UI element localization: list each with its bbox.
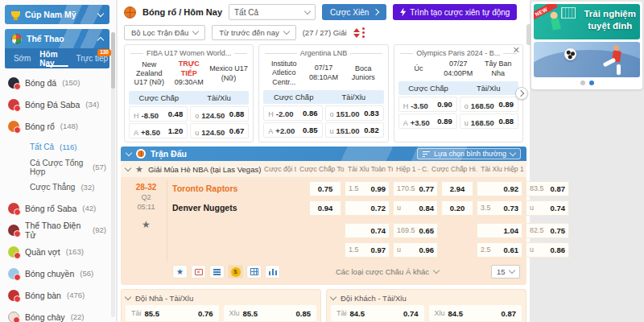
handicap-header: Cược Chấp [263, 90, 324, 104]
odds-cell[interactable]: u151.000.82 [325, 122, 384, 138]
league-filter-select[interactable]: Tất Cả [229, 4, 316, 20]
sidebar-item-tennis[interactable]: Quần vợt(163) [5, 241, 109, 262]
carousel-next-button[interactable] [515, 87, 528, 100]
carousel-dot-2[interactable] [589, 80, 594, 85]
odds-cell[interactable]: 170.50.77 [393, 181, 438, 196]
odds-cell[interactable]: Xỉu85.50.85 [224, 305, 317, 321]
odds-cell[interactable]: 0.75 [309, 181, 341, 196]
submenu-item-mix-parlay[interactable]: Cá Cược Tổng Hợp(57) [27, 157, 109, 177]
odds-cell[interactable]: 169.50.65 [393, 223, 438, 238]
sports-ball-icon [11, 34, 22, 44]
tab-live[interactable]: Trực tiếp 130 [75, 48, 109, 68]
chevron-down-icon [283, 28, 289, 35]
odds-cell[interactable]: 0.94 [309, 200, 341, 216]
ou-header: Tài/Xỉu [458, 81, 518, 95]
match-filter-dropdown[interactable]: Bộ Lọc Trận Đấu [124, 25, 205, 40]
main-content: Bóng rổ / Hôm Nay Tất Cả Cược Xiên Trình… [118, 0, 530, 322]
scrollbar-thumb[interactable] [111, 32, 115, 89]
sidebar-tabs: Sớm Hôm Nay Trực tiếp 130 [5, 48, 109, 68]
promo-banner-top[interactable]: NEW Trải nghiệm tuyệt đỉnh [534, 4, 640, 39]
sidebar-item-volleyball[interactable]: Bóng chuyền(56) [5, 262, 109, 284]
parlay-builder-button[interactable]: Trình tạo cược xiên tự động [393, 4, 517, 20]
sidebar-item-basketball[interactable]: Bóng rổ(148) [5, 115, 109, 137]
odds-cell[interactable]: o168.500.89 [460, 97, 518, 112]
odds-cell[interactable]: u0.74 [526, 200, 569, 216]
odds-cell[interactable]: H-8.500.48 [129, 106, 188, 122]
submenu-item-all[interactable]: Tất Cả(116) [27, 137, 109, 157]
carousel-dot-1[interactable] [580, 80, 585, 85]
column-header-moneyline: Cược đội t... [264, 165, 296, 173]
chevron-down-icon[interactable] [330, 294, 336, 300]
odds-cell[interactable]: Tài84.50.74 [331, 305, 424, 321]
odds-cell[interactable]: u124.500.67 [190, 123, 249, 138]
odds-cell[interactable]: Tài85.50.76 [126, 305, 219, 321]
odds-cell[interactable]: u0.96 [393, 242, 438, 258]
odds-cell[interactable]: A+8.501.20 [129, 123, 188, 138]
odds-cell[interactable]: u0.86 [526, 242, 569, 258]
favorite-star-button[interactable]: ★ [172, 265, 188, 279]
coin-icon[interactable]: $ [228, 265, 243, 279]
panel-collapse-handle[interactable] [526, 24, 531, 45]
bet-list-icon[interactable] [209, 265, 225, 279]
odds-cell[interactable]: o151.000.83 [325, 105, 384, 121]
page-size-select[interactable]: 15 [491, 265, 520, 279]
view-mode-select[interactable]: Lựa chọn bình thường [417, 148, 521, 159]
match-date: 07/17 [304, 64, 343, 73]
close-icon[interactable]: ✕ [513, 46, 520, 55]
sports-menu: Bóng đá(150) Bóng Đá Saba(34) Bóng rổ(14… [5, 72, 109, 322]
promo-banner-card: NEW Trải nghiệm tuyệt đỉnh [531, 2, 642, 89]
promo-banner-bottom[interactable] [534, 42, 640, 77]
sidebar-item-soccer-saba[interactable]: Bóng Đá Saba(34) [5, 93, 109, 115]
sidebar-item-esports[interactable]: Thể Thao Điện Tử(92) [5, 219, 109, 241]
odds-cell[interactable]: u0.84 [393, 200, 438, 216]
chevron-down-icon[interactable] [125, 164, 131, 171]
odds-cell[interactable]: 1.50.97 [345, 242, 390, 258]
featured-card-3: ✕ Olympics Paris 2024 - B... Úc 07/2704:… [394, 44, 523, 142]
odds-cell[interactable]: 82.50.75 [526, 223, 569, 238]
match-row: 28-32 Q2 05:11 ★ Toronto Raptors 0.75 1.… [121, 177, 526, 262]
chevron-down-icon[interactable] [126, 149, 132, 155]
home-team: Instituto Atletico Centr... [263, 60, 304, 87]
live-video-icon[interactable]: ✕ [191, 265, 206, 279]
sidebar-section-cup[interactable]: Cúp Nam Mỹ [5, 5, 109, 24]
submenu-item-straight[interactable]: Cược Thẳng(32) [27, 177, 109, 197]
odds-cell[interactable]: 2.50.61 [477, 242, 522, 258]
zap-icon [400, 8, 406, 17]
odds-cell[interactable]: 2.94 [441, 181, 473, 196]
odds-cell[interactable]: 1.50.99 [345, 181, 390, 196]
odds-cell[interactable]: Xỉu84.50.87 [429, 305, 522, 321]
odds-cell[interactable]: u168.500.88 [460, 114, 518, 129]
chevron-down-icon[interactable] [125, 294, 131, 300]
card-league: Argentina LNB [300, 49, 348, 57]
stats-chart-icon[interactable] [265, 265, 280, 279]
sidebar-scrollbar[interactable] [111, 32, 115, 317]
odds-cell[interactable]: o124.500.88 [190, 106, 249, 122]
sidebar-section-sports[interactable]: Thể Thao [5, 29, 109, 48]
time-filter-dropdown[interactable]: Từ trước đến nay [212, 25, 295, 40]
odds-cell[interactable]: H-3.500.90 [398, 97, 457, 112]
odds-cell[interactable]: A+2.000.85 [263, 122, 322, 138]
favorite-star-icon[interactable]: ★ [135, 165, 143, 174]
more-asian-bets-toggle[interactable]: Các loại cược Châu Á khác [336, 267, 439, 276]
odds-cell[interactable]: 0.92 [477, 181, 522, 196]
grid-view-icon[interactable] [246, 265, 262, 279]
odds-cell[interactable]: H-2.000.86 [263, 105, 322, 121]
sidebar-item-baseball[interactable]: Bóng chày(22) [5, 306, 109, 322]
odds-cell[interactable]: 0.74 [345, 223, 390, 238]
tab-today[interactable]: Hôm Nay [39, 48, 74, 68]
soccer-ball-icon [564, 48, 576, 60]
favorite-star-icon[interactable]: ★ [126, 219, 167, 230]
sidebar-item-basketball-saba[interactable]: Bóng rổ Saba(42) [5, 197, 109, 219]
tab-early[interactable]: Sớm [5, 48, 39, 68]
sort-icon[interactable] [353, 27, 365, 38]
sidebar-item-soccer[interactable]: Bóng đá(150) [5, 72, 109, 93]
parlay-button[interactable]: Cược Xiên [322, 4, 386, 20]
odds-cell[interactable]: A+3.500.89 [398, 114, 457, 129]
odds-cell[interactable]: 1.04 [477, 223, 522, 238]
odds-cell[interactable]: 3.50.73 [477, 200, 522, 216]
odds-cell[interactable]: 0.20 [441, 200, 473, 216]
odds-cell[interactable]: 83.50.87 [526, 181, 569, 196]
league-row: ★ Giải Mùa Hè NBA (tại Las Vegas) Cược đ… [121, 161, 526, 177]
odds-cell[interactable]: 0.72 [345, 200, 390, 216]
sidebar-item-table-tennis[interactable]: Bóng bàn(476) [5, 284, 109, 306]
